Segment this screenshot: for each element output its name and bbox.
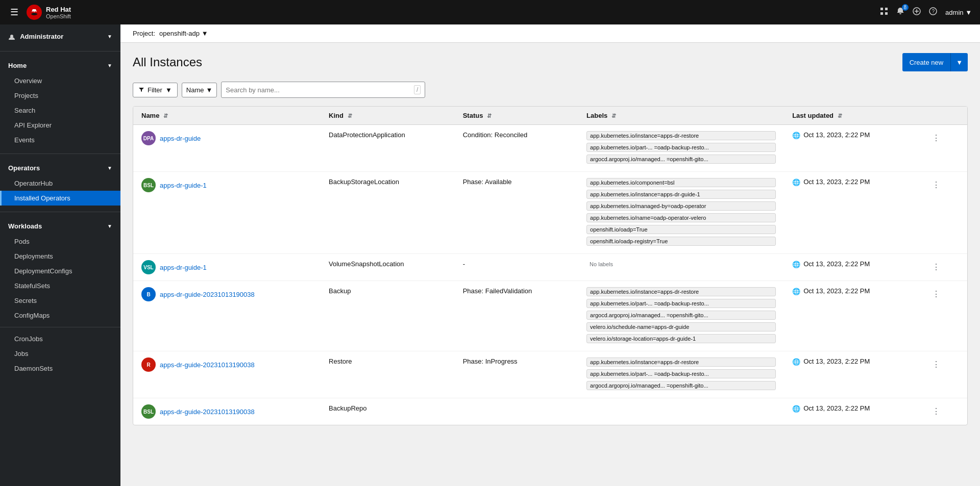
search-input-wrap: / — [221, 82, 425, 98]
page-title: All Instances — [133, 55, 202, 69]
create-new-dropdown-arrow[interactable]: ▼ — [950, 53, 968, 71]
globe-icon: 🌐 — [792, 261, 800, 268]
instance-name-link[interactable]: apps-dr-guide-20231013190038 — [160, 361, 255, 369]
labels-sort-icon: ⇵ — [611, 113, 616, 119]
table-row: BSL apps-dr-guide-1 BackupStorageLocatio… — [133, 172, 967, 254]
status-cell: Phase: FailedValidation — [455, 281, 578, 351]
col-name[interactable]: Name ⇵ — [133, 107, 321, 125]
row-kebab-button[interactable]: ⋮ — [928, 287, 944, 301]
col-status[interactable]: Status ⇵ — [455, 107, 578, 125]
kind-cell: VolumeSnapshotLocation — [321, 254, 455, 281]
row-kebab-button[interactable]: ⋮ — [928, 404, 944, 418]
logo-text: Red Hat OpenShift — [46, 6, 71, 19]
label-chip: velero.io/schedule-name=apps-dr-guide — [586, 322, 776, 331]
filter-icon — [138, 87, 144, 93]
svg-rect-1 — [880, 8, 883, 10]
kind-cell: Restore — [321, 351, 455, 398]
user-menu[interactable]: admin ▼ — [945, 9, 972, 16]
sidebar-item-pods[interactable]: Pods — [0, 234, 120, 249]
help-question-icon[interactable]: ? — [929, 7, 937, 17]
sidebar-item-jobs[interactable]: Jobs — [0, 346, 120, 361]
instance-name-link[interactable]: apps-dr-guide-1 — [160, 182, 207, 189]
sidebar-item-events[interactable]: Events — [0, 133, 120, 147]
sidebar-item-projects[interactable]: Projects — [0, 88, 120, 103]
instance-name-link[interactable]: apps-dr-guide — [160, 135, 201, 142]
add-plus-icon[interactable] — [913, 7, 921, 17]
sidebar-home-header[interactable]: Home ▼ — [0, 58, 120, 73]
sidebar-item-search[interactable]: Search — [0, 103, 120, 118]
label-chip: app.kubernetes.io/part-... =oadp-backup-… — [586, 369, 776, 378]
labels-cell: app.kubernetes.io/instance=apps-dr-resto… — [578, 281, 784, 351]
labels-cell: app.kubernetes.io/instance=apps-dr-resto… — [578, 125, 784, 172]
kind-cell: Backup — [321, 281, 455, 351]
sidebar-workloads-header[interactable]: Workloads ▼ — [0, 218, 120, 234]
sidebar-item-configmaps[interactable]: ConfigMaps — [0, 308, 120, 323]
sidebar: Administrator ▼ Home ▼ Overview Projects… — [0, 24, 120, 486]
notification-bell-icon[interactable]: 8 — [896, 7, 904, 17]
sidebar-operators-header[interactable]: Operators ▼ — [0, 160, 120, 176]
label-chip: velero.io/storage-location=apps-dr-guide… — [586, 334, 776, 343]
filter-button[interactable]: Filter ▼ — [133, 83, 178, 97]
labels-cell — [578, 398, 784, 425]
project-label: Project: — [133, 30, 155, 37]
status-cell: Condition: Reconciled — [455, 125, 578, 172]
project-selector[interactable]: openshift-adp ▼ — [159, 30, 208, 37]
svg-rect-3 — [880, 12, 883, 15]
labels-cell: app.kubernetes.io/component=bslapp.kuber… — [578, 172, 784, 254]
date-text: Oct 13, 2023, 2:22 PM — [803, 287, 870, 295]
filter-bar: Filter ▼ Name ▼ / — [133, 82, 968, 98]
page-header: All Instances Create new ▼ — [133, 53, 968, 71]
row-actions-cell: ⋮ — [920, 351, 967, 398]
name-cell: R apps-dr-guide-20231013190038 — [133, 351, 321, 398]
row-kebab-button[interactable]: ⋮ — [928, 178, 944, 192]
instance-name-link[interactable]: apps-dr-guide-20231013190038 — [160, 291, 255, 298]
row-kebab-button[interactable]: ⋮ — [928, 260, 944, 274]
table: Name ⇵ Kind ⇵ Status ⇵ Labels — [133, 107, 967, 425]
label-chip: No labels — [586, 260, 776, 268]
kind-badge: R — [141, 357, 156, 372]
sidebar-item-deployments[interactable]: Deployments — [0, 249, 120, 264]
label-chip: argocd.argoproj.io/managed... =openshift… — [586, 155, 776, 164]
instance-name-link[interactable]: apps-dr-guide-20231013190038 — [160, 408, 255, 416]
search-input[interactable] — [226, 86, 414, 94]
date-text: Oct 13, 2023, 2:22 PM — [803, 178, 870, 186]
globe-icon: 🌐 — [792, 178, 800, 186]
apps-grid-icon[interactable] — [880, 7, 888, 17]
svg-rect-2 — [885, 8, 888, 10]
sidebar-item-installed-operators[interactable]: Installed Operators — [0, 191, 120, 206]
name-filter-button[interactable]: Name ▼ — [182, 83, 217, 97]
sidebar-item-cronjobs[interactable]: CronJobs — [0, 331, 120, 346]
table-row: VSL apps-dr-guide-1 VolumeSnapshotLocati… — [133, 254, 967, 281]
col-labels[interactable]: Labels ⇵ — [578, 107, 784, 125]
sidebar-role-header[interactable]: Administrator ▼ — [0, 29, 120, 45]
globe-icon: 🌐 — [792, 288, 800, 295]
status-cell: Phase: Available — [455, 172, 578, 254]
date-text: Oct 13, 2023, 2:22 PM — [803, 357, 870, 365]
sidebar-item-overview[interactable]: Overview — [0, 73, 120, 88]
sidebar-item-secrets[interactable]: Secrets — [0, 293, 120, 308]
sidebar-item-api-explorer[interactable]: API Explorer — [0, 118, 120, 133]
label-chip: app.kubernetes.io/component=bsl — [586, 178, 776, 187]
instance-name-link[interactable]: apps-dr-guide-1 — [160, 264, 207, 271]
row-kebab-button[interactable]: ⋮ — [928, 131, 944, 145]
kind-cell: DataProtectionApplication — [321, 125, 455, 172]
row-actions-cell: ⋮ — [920, 281, 967, 351]
name-dropdown-icon: ▼ — [206, 86, 212, 94]
label-chip: app.kubernetes.io/instance=apps-dr-resto… — [586, 357, 776, 367]
col-last-updated[interactable]: Last updated ⇵ — [784, 107, 920, 125]
label-chip: app.kubernetes.io/name=oadp-operator-vel… — [586, 213, 776, 222]
kind-cell: BackupRepo — [321, 398, 455, 425]
create-new-button[interactable]: Create new ▼ — [902, 53, 968, 71]
sidebar-item-operatorhub[interactable]: OperatorHub — [0, 176, 120, 191]
sidebar-item-daemonsets[interactable]: DaemonSets — [0, 361, 120, 376]
sidebar-item-deploymentconfigs[interactable]: DeploymentConfigs — [0, 264, 120, 278]
svg-rect-4 — [885, 12, 888, 15]
table-row: B apps-dr-guide-20231013190038 BackupPha… — [133, 281, 967, 351]
label-chip: openshift.io/oadp=True — [586, 225, 776, 234]
row-kebab-button[interactable]: ⋮ — [928, 357, 944, 371]
sidebar-item-statefulsets[interactable]: StatefulSets — [0, 278, 120, 293]
label-chip: argocd.argoproj.io/managed... =openshift… — [586, 311, 776, 320]
col-actions — [920, 107, 967, 125]
hamburger-menu[interactable]: ☰ — [8, 5, 20, 20]
col-kind[interactable]: Kind ⇵ — [321, 107, 455, 125]
